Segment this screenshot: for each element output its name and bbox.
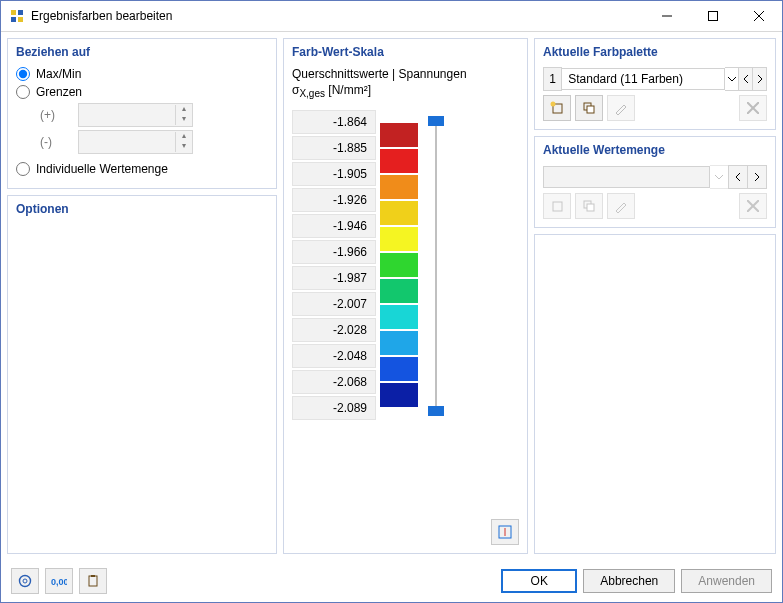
radio-maxmin[interactable]: Max/Min: [16, 67, 268, 81]
palette-title: Aktuelle Farbpalette: [543, 45, 767, 59]
scale-color-swatch[interactable]: [380, 149, 418, 173]
svg-rect-13: [587, 106, 594, 113]
valueset-new-button: [543, 193, 571, 219]
maximize-button[interactable]: [690, 1, 736, 31]
valueset-next-button[interactable]: [747, 165, 767, 189]
valueset-chevron-icon: [710, 165, 729, 189]
units-button[interactable]: 0,00: [45, 568, 73, 594]
valueset-select: [543, 166, 710, 188]
scale-value-cell[interactable]: -2.007: [292, 292, 376, 316]
palette-select[interactable]: [562, 68, 725, 90]
palette-copy-button[interactable]: [575, 95, 603, 121]
scale-value-cell[interactable]: -1.885: [292, 136, 376, 160]
scale-panel: Farb-Wert-Skala Querschnittswerte | Span…: [283, 38, 528, 554]
svg-rect-0: [11, 10, 16, 15]
palette-edit-button[interactable]: [607, 95, 635, 121]
palette-next-button[interactable]: [752, 67, 767, 91]
clipboard-button[interactable]: [79, 568, 107, 594]
scale-color-swatch[interactable]: [380, 253, 418, 277]
palette-delete-button[interactable]: [739, 95, 767, 121]
palette-prev-button[interactable]: [738, 67, 753, 91]
svg-point-11: [551, 102, 556, 107]
scale-title: Farb-Wert-Skala: [292, 45, 519, 59]
radio-bounds[interactable]: Grenzen: [16, 85, 268, 99]
slider-track-line: [435, 122, 437, 410]
refer-panel: Beziehen auf Max/Min Grenzen (+) ▴▾: [7, 38, 277, 189]
apply-button[interactable]: Anwenden: [681, 569, 772, 593]
scale-color-swatch[interactable]: [380, 175, 418, 199]
scale-slider[interactable]: [422, 110, 450, 422]
options-title: Optionen: [16, 202, 268, 216]
radio-bounds-label: Grenzen: [36, 85, 82, 99]
footer: 0,00 OK Abbrechen Anwenden: [1, 560, 782, 602]
scale-color-swatch[interactable]: [380, 201, 418, 225]
scale-value-cell[interactable]: -2.048: [292, 344, 376, 368]
empty-panel: [534, 234, 776, 554]
svg-rect-5: [709, 12, 718, 21]
palette-index: 1: [543, 67, 562, 91]
valueset-title: Aktuelle Wertemenge: [543, 143, 767, 157]
scale-value-cell[interactable]: -1.946: [292, 214, 376, 238]
window-title: Ergebnisfarben bearbeiten: [31, 9, 644, 23]
svg-rect-1: [18, 10, 23, 15]
slider-handle-bottom[interactable]: [428, 406, 444, 416]
scale-color-swatch[interactable]: [380, 279, 418, 303]
scale-value-cell[interactable]: -1.864: [292, 110, 376, 134]
bound-minus-spinner: ▴▾: [78, 130, 193, 154]
scale-value-cell[interactable]: -1.905: [292, 162, 376, 186]
svg-rect-24: [89, 576, 97, 586]
radio-indiv[interactable]: Individuelle Wertemenge: [16, 162, 268, 176]
ok-button[interactable]: OK: [501, 569, 577, 593]
svg-rect-25: [91, 575, 95, 577]
valueset-copy-button: [575, 193, 603, 219]
svg-rect-3: [18, 17, 23, 22]
radio-maxmin-input[interactable]: [16, 67, 30, 81]
svg-rect-18: [587, 204, 594, 211]
scale-unit: [N/mm²]: [325, 83, 371, 97]
palette-panel: Aktuelle Farbpalette 1: [534, 38, 776, 130]
scale-value-cell[interactable]: -2.068: [292, 370, 376, 394]
bound-plus-input: [79, 105, 175, 125]
help-button[interactable]: [11, 568, 39, 594]
scale-color-swatch[interactable]: [380, 123, 418, 147]
svg-point-22: [23, 579, 27, 583]
svg-rect-2: [11, 17, 16, 22]
svg-point-21: [20, 576, 31, 587]
scale-color-swatch[interactable]: [380, 383, 418, 407]
radio-maxmin-label: Max/Min: [36, 67, 81, 81]
palette-chevron-icon[interactable]: [725, 67, 739, 91]
scale-value-cell[interactable]: -1.966: [292, 240, 376, 264]
scale-color-swatch[interactable]: [380, 331, 418, 355]
radio-indiv-label: Individuelle Wertemenge: [36, 162, 168, 176]
cancel-button[interactable]: Abbrechen: [583, 569, 675, 593]
scale-value-cell[interactable]: -2.028: [292, 318, 376, 342]
bound-plus-label: (+): [40, 108, 74, 122]
scale-color-swatch[interactable]: [380, 305, 418, 329]
options-panel: Optionen: [7, 195, 277, 554]
titlebar: Ergebnisfarben bearbeiten: [1, 1, 782, 32]
scale-subheader: Querschnittswerte | Spannungen σX,ges [N…: [292, 67, 519, 100]
valueset-panel: Aktuelle Wertemenge: [534, 136, 776, 228]
spin-down-icon: ▾: [176, 115, 192, 125]
radio-indiv-input[interactable]: [16, 162, 30, 176]
spin-down-icon: ▾: [176, 142, 192, 152]
valueset-prev-button[interactable]: [728, 165, 748, 189]
app-icon: [9, 8, 25, 24]
close-button[interactable]: [736, 1, 782, 31]
scale-value-cell[interactable]: -1.926: [292, 188, 376, 212]
palette-new-button[interactable]: [543, 95, 571, 121]
scale-value-cell[interactable]: -1.987: [292, 266, 376, 290]
minimize-button[interactable]: [644, 1, 690, 31]
valueset-delete-button: [739, 193, 767, 219]
bound-plus-spinner: ▴▾: [78, 103, 193, 127]
slider-handle-top[interactable]: [428, 116, 444, 126]
scale-colors-column: [380, 110, 418, 422]
scale-color-swatch[interactable]: [380, 357, 418, 381]
scale-color-swatch[interactable]: [380, 227, 418, 251]
scale-labels-column: -1.864-1.885-1.905-1.926-1.946-1.966-1.9…: [292, 110, 376, 422]
radio-bounds-input[interactable]: [16, 85, 30, 99]
bound-minus-input: [79, 132, 175, 152]
svg-text:0,00: 0,00: [51, 577, 67, 587]
scale-value-cell[interactable]: -2.089: [292, 396, 376, 420]
scale-reset-button[interactable]: [491, 519, 519, 545]
